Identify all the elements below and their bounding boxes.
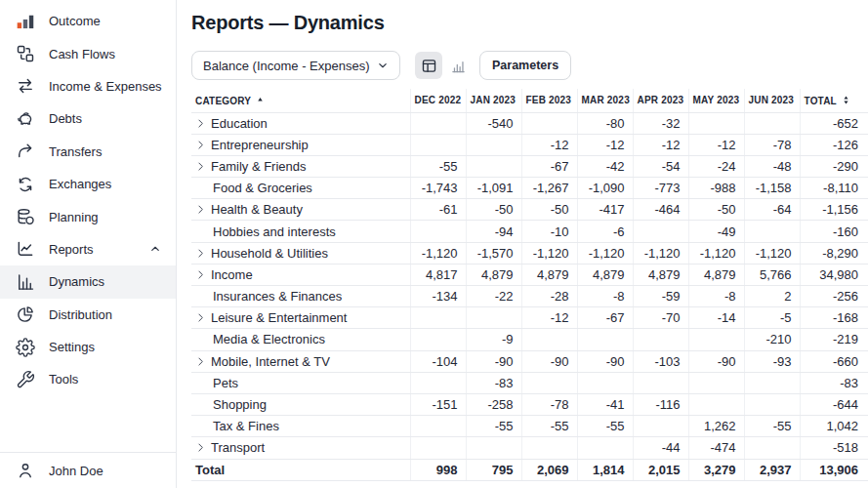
column-header-dec-2022[interactable]: DEC 2022 (410, 89, 466, 112)
category-cell[interactable]: Mobile, Internet & TV (191, 350, 410, 372)
cycle-arrows-icon (16, 175, 35, 194)
value-cell (521, 437, 577, 459)
total-value-cell: 1,814 (577, 459, 633, 480)
column-header-total[interactable]: TOTAL (800, 89, 868, 112)
value-cell (577, 437, 633, 459)
sidebar-item-settings[interactable]: Settings (0, 331, 176, 363)
table-row-family-friends: Family & Friends-55-67-42-54-24-48-290 (191, 155, 868, 177)
value-cell: 4,879 (466, 264, 521, 285)
category-cell: Pets (191, 372, 410, 393)
category-cell[interactable]: Income (191, 264, 410, 285)
column-header-jan-2023[interactable]: JAN 2023 (466, 89, 521, 112)
value-cell: -474 (688, 437, 744, 459)
user-menu[interactable]: John Doe (0, 456, 176, 485)
user-name: John Doe (49, 464, 103, 478)
table-view-icon (421, 58, 437, 74)
column-header-category[interactable]: CATEGORY (191, 89, 410, 112)
value-cell: -50 (466, 199, 521, 221)
category-label: Leisure & Entertainment (211, 310, 347, 325)
value-cell (577, 329, 633, 350)
category-cell[interactable]: Family & Friends (191, 155, 410, 177)
category-cell[interactable]: Health & Beauty (191, 199, 410, 221)
category-label: Family & Friends (211, 159, 307, 174)
value-cell: 1,262 (688, 416, 744, 437)
category-cell[interactable]: Transport (191, 437, 410, 459)
column-header-label: TOTAL (805, 96, 837, 106)
column-header-mar-2023[interactable]: MAR 2023 (577, 89, 633, 112)
total-value-cell: 13,906 (800, 459, 868, 480)
sidebar-item-dynamics[interactable]: Dynamics (0, 265, 176, 298)
arrows-left-right-icon (16, 76, 35, 96)
category-cell: Media & Electronics (191, 329, 410, 350)
value-cell (688, 372, 744, 393)
column-header-apr-2023[interactable]: APR 2023 (633, 89, 688, 112)
value-cell: -59 (633, 286, 688, 307)
sidebar-item-tools[interactable]: Tools (0, 363, 176, 395)
category-cell[interactable]: Entrepreneurship (191, 134, 410, 155)
category-label: Shopping (213, 397, 267, 412)
sidebar-item-exchanges[interactable]: Exchanges (0, 168, 176, 200)
value-cell: -644 (800, 393, 868, 415)
column-header-feb-2023[interactable]: FEB 2023 (521, 89, 577, 112)
sidebar-item-reports[interactable]: Reports (0, 233, 176, 265)
chevron-down-icon (376, 59, 390, 72)
value-cell: -8 (688, 286, 744, 307)
table-row-household-utilities: Household & Utilities-1,120-1,570-1,120-… (191, 242, 868, 264)
sidebar-item-planning[interactable]: Planning (0, 200, 176, 232)
table-header-row: CATEGORYDEC 2022JAN 2023FEB 2023MAR 2023… (191, 89, 868, 112)
category-label: Media & Electronics (213, 332, 325, 346)
total-value-cell: 795 (466, 459, 521, 480)
value-cell: 4,879 (633, 264, 688, 285)
value-cell: -660 (800, 350, 868, 372)
table-row-media-electronics: Media & Electronics-9-210-219 (191, 329, 868, 350)
metric-select-value: Balance (Income - Expenses) (203, 59, 370, 73)
sidebar-item-outcome[interactable]: Outcome (0, 5, 176, 37)
category-cell[interactable]: Leisure & Entertainment (191, 307, 410, 329)
category-cell[interactable]: Education (191, 112, 410, 134)
table-row-education: Education-540-80-32-652 (191, 112, 868, 134)
value-cell (521, 112, 577, 134)
value-cell: -464 (633, 199, 688, 221)
value-cell: -1,156 (800, 199, 868, 221)
sidebar-item-cash-flows[interactable]: Cash Flows (0, 37, 176, 69)
total-value-cell: 998 (410, 459, 466, 480)
total-value-cell: 2,937 (744, 459, 800, 480)
value-cell: -78 (521, 393, 577, 415)
bar-chart-view-icon (450, 58, 467, 74)
sidebar-item-debts[interactable]: Debts (0, 102, 176, 135)
value-cell (410, 134, 466, 155)
value-cell: -67 (577, 307, 633, 329)
category-cell: Insurances & Finances (191, 286, 410, 307)
table-row-leisure-entertainment: Leisure & Entertainment-12-67-70-14-5-16… (191, 307, 868, 329)
parameters-button[interactable]: Parameters (479, 51, 571, 80)
category-label: Transport (211, 440, 265, 455)
sidebar-item-label: Outcome (49, 14, 101, 28)
value-cell: -90 (688, 350, 744, 372)
value-cell: -22 (466, 286, 521, 307)
sidebar-item-transfers[interactable]: Transfers (0, 136, 176, 168)
total-value-cell: 2,015 (633, 459, 688, 480)
sidebar-item-distribution[interactable]: Distribution (0, 299, 176, 331)
value-cell: -134 (410, 286, 466, 307)
value-cell: -258 (466, 393, 521, 415)
sidebar-item-income-expenses[interactable]: Income & Expenses (0, 70, 176, 102)
value-cell (633, 221, 688, 242)
value-cell: -28 (521, 286, 577, 307)
value-cell: -219 (800, 329, 868, 350)
value-cell (521, 329, 577, 350)
value-cell: -6 (577, 221, 633, 242)
category-cell[interactable]: Household & Utilities (191, 242, 410, 264)
value-cell: 4,879 (688, 264, 744, 285)
value-cell: -168 (800, 307, 868, 329)
value-cell (410, 112, 466, 134)
value-cell: -55 (521, 416, 577, 437)
metric-select[interactable]: Balance (Income - Expenses) (191, 51, 400, 80)
chart-view-button[interactable] (444, 52, 472, 79)
value-cell (744, 437, 800, 459)
category-cell: Hobbies and interests (191, 221, 410, 242)
column-header-may-2023[interactable]: MAY 2023 (688, 89, 744, 112)
value-cell: -12 (633, 134, 688, 155)
column-header-jun-2023[interactable]: JUN 2023 (744, 89, 800, 112)
value-cell: -160 (800, 221, 868, 242)
table-view-button[interactable] (415, 52, 442, 79)
